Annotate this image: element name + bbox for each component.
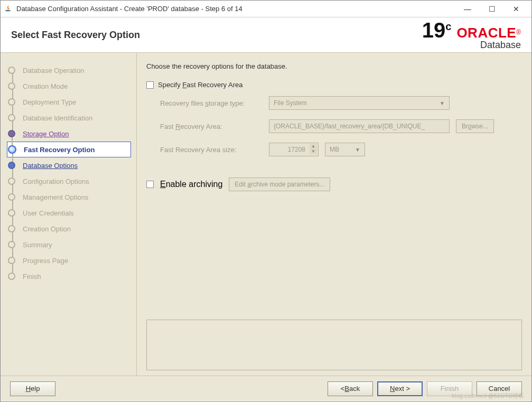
fra-path-input[interactable]: {ORACLE_BASE}/fast_recovery_area/{DB_UNI… <box>269 119 450 133</box>
step-bullet-icon <box>8 225 15 232</box>
step-label: Storage Option <box>23 130 69 138</box>
step-label: Database Operation <box>23 67 84 74</box>
window-title: Database Configuration Assistant - Creat… <box>16 5 455 13</box>
cancel-button[interactable]: Cancel <box>477 381 522 396</box>
wizard-step-deployment-type: Deployment Type <box>8 94 131 110</box>
spinner-down-icon[interactable]: ▼ <box>310 149 317 154</box>
step-bullet-icon <box>8 67 15 74</box>
page-title: Select Fast Recovery Option <box>11 30 140 41</box>
title-bar: Database Configuration Assistant - Creat… <box>1 1 531 17</box>
specify-fra-label: Specify Fast Recovery Area <box>158 81 242 89</box>
wizard-step-configuration-options: Configuration Options <box>8 173 131 189</box>
chevron-down-icon: ▼ <box>440 100 445 106</box>
finish-button[interactable]: Finish <box>427 381 472 396</box>
step-label: Database Options <box>23 162 78 170</box>
storage-type-label: Recovery files storage type: <box>160 99 269 107</box>
fra-size-label: Fast Recovery Area size: <box>160 146 269 154</box>
step-bullet-icon <box>8 82 15 90</box>
wizard-step-finish: Finish <box>8 268 131 284</box>
oracle-logo: ORACLE® Database <box>456 26 521 51</box>
wizard-step-database-identification: Database Identification <box>8 110 131 126</box>
step-bullet-icon <box>8 98 15 106</box>
step-bullet-icon <box>8 209 15 217</box>
step-bullet-icon <box>8 193 15 201</box>
instruction-text: Choose the recovery options for the data… <box>146 62 522 70</box>
chevron-down-icon: ▼ <box>355 147 360 153</box>
wizard-step-management-options: Management Options <box>8 189 131 205</box>
fra-settings: Recovery files storage type: File System… <box>146 89 522 171</box>
wizard-sidebar: Database OperationCreation ModeDeploymen… <box>1 53 137 376</box>
step-bullet-icon <box>8 162 15 169</box>
step-bullet-icon <box>8 145 16 154</box>
brand-logo: 19c ORACLE® Database <box>422 20 521 51</box>
step-label: Configuration Options <box>23 177 89 185</box>
step-label: Finish <box>23 273 41 281</box>
enable-archiving-checkbox[interactable] <box>146 181 154 188</box>
content-panel: Choose the recovery options for the data… <box>137 53 531 376</box>
step-bullet-icon <box>8 257 15 264</box>
window-controls: — ☐ ✕ <box>455 2 528 16</box>
back-button[interactable]: < Back <box>328 381 373 396</box>
step-bullet-icon <box>8 273 15 280</box>
step-bullet-icon <box>8 114 15 121</box>
wizard-step-database-operation: Database Operation <box>8 62 131 78</box>
wizard-step-database-options[interactable]: Database Options <box>8 157 131 173</box>
fra-size-unit-select[interactable]: MB ▼ <box>325 143 365 156</box>
step-label: Creation Mode <box>23 82 68 90</box>
step-label: Summary <box>23 241 52 249</box>
wizard-footer: Help < Back Next > Finish Cancel blog.cs… <box>1 376 531 401</box>
step-label: Fast Recovery Option <box>24 146 95 154</box>
close-button[interactable]: ✕ <box>504 2 528 16</box>
maximize-button[interactable]: ☐ <box>480 2 504 16</box>
enable-archiving-row: Enable archiving Edit archive mode param… <box>146 177 522 191</box>
storage-type-select[interactable]: File System ▼ <box>269 96 450 110</box>
wizard-step-storage-option[interactable]: Storage Option <box>8 126 131 142</box>
wizard-step-user-credentials: User Credentials <box>8 205 131 221</box>
wizard-step-creation-mode: Creation Mode <box>8 78 131 94</box>
step-bullet-icon <box>8 241 15 248</box>
fra-path-label: Fast Recovery Area: <box>160 123 269 130</box>
step-bullet-icon <box>8 130 15 137</box>
wizard-step-fast-recovery-option[interactable]: Fast Recovery Option <box>7 142 131 157</box>
enable-archiving-label: Enable archiving <box>160 180 222 189</box>
spinner-controls: ▲ ▼ <box>310 144 317 154</box>
step-label: Database Identification <box>23 114 92 122</box>
step-bullet-icon <box>8 177 15 185</box>
step-label: Management Options <box>23 193 88 201</box>
main-panel: Database OperationCreation ModeDeploymen… <box>1 52 531 376</box>
edit-archive-params-button[interactable]: Edit archive mode parameters... <box>229 177 330 191</box>
step-label: Progress Page <box>23 257 68 265</box>
wizard-step-progress-page: Progress Page <box>8 253 131 268</box>
spinner-up-icon[interactable]: ▲ <box>310 144 317 149</box>
wizard-step-summary: Summary <box>8 237 131 253</box>
specify-fra-option[interactable]: Specify Fast Recovery Area <box>146 81 522 89</box>
step-label: Creation Option <box>23 225 71 233</box>
version-number: 19c <box>422 20 452 41</box>
header: Select Fast Recovery Option 19c ORACLE® … <box>1 17 531 52</box>
java-app-icon <box>4 5 12 13</box>
message-area <box>146 320 522 370</box>
browse-button[interactable]: Browse... <box>456 119 494 133</box>
step-label: Deployment Type <box>23 98 76 106</box>
specify-fra-checkbox[interactable] <box>146 81 154 89</box>
step-label: User Credentials <box>23 209 74 217</box>
help-button[interactable]: Help <box>10 381 55 396</box>
wizard-step-creation-option: Creation Option <box>8 221 131 237</box>
fra-size-spinner[interactable]: 17208 ▲ ▼ <box>269 143 319 156</box>
next-button[interactable]: Next > <box>377 381 423 396</box>
minimize-button[interactable]: — <box>455 2 480 16</box>
